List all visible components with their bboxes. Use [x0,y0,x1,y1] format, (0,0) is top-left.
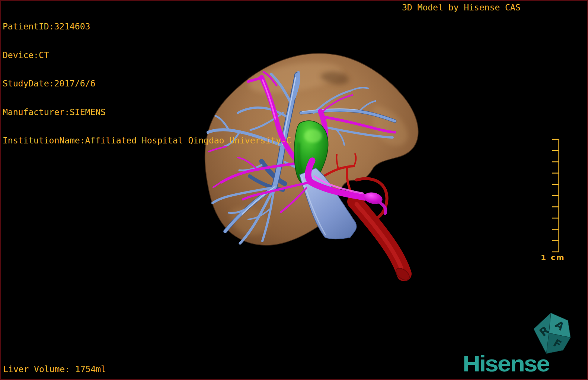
scale-bar-label: 1 cm [541,253,565,263]
watermark-text: 3D Model by Hisense CAS [402,3,521,13]
manufacturer-line: Manufacturer:SIEMENS [3,108,291,117]
device-line: Device:CT [3,51,291,60]
liver-volume-text: Liver Volume: 1754ml [3,365,106,374]
orientation-cube[interactable]: R A F [534,313,571,354]
study-date-line: StudyDate:2017/6/6 [3,79,291,89]
patient-id-line: PatientID:3214603 [3,22,291,32]
scale-ruler [552,139,559,252]
patient-info-block: PatientID:3214603 Device:CT StudyDate:20… [3,3,291,165]
institution-line: InstitutionName:Affiliated Hospital Qing… [3,136,291,146]
viewer-frame: R A F PatientID:3214603 Device:CT StudyD… [0,0,588,380]
hisense-logo: Hisense [463,351,549,377]
